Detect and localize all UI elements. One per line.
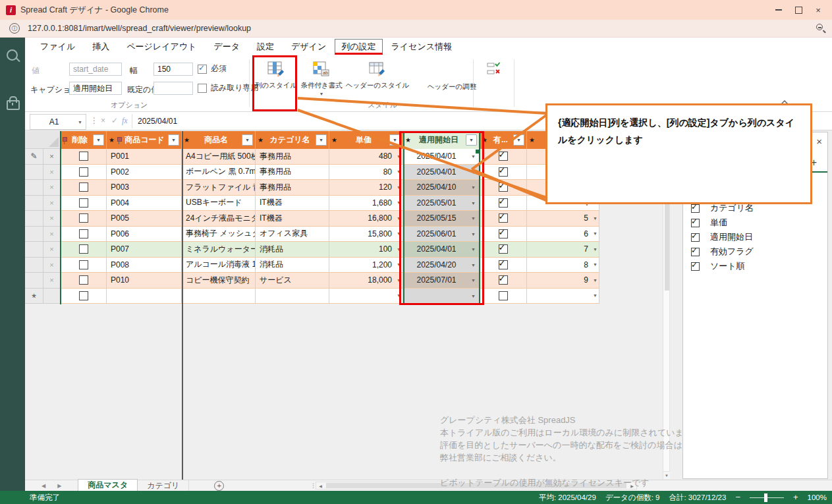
- delete-checkbox[interactable]: [79, 291, 88, 300]
- filter-dropdown-icon[interactable]: [466, 134, 477, 146]
- cell-active-flag[interactable]: [480, 196, 527, 211]
- caption-input[interactable]: 適用開始日: [69, 82, 122, 95]
- zoom-out-icon[interactable]: −: [735, 494, 740, 501]
- panel-close-icon[interactable]: ×: [816, 138, 822, 146]
- cell-active-flag[interactable]: [480, 227, 527, 242]
- value-input[interactable]: start_date: [69, 63, 122, 76]
- cell-start-date[interactable]: 2025/04/20▼: [403, 258, 480, 273]
- menu-tab-item[interactable]: ページレイアウト: [118, 39, 205, 55]
- cell-product-name[interactable]: [182, 289, 256, 304]
- minimize-button[interactable]: [769, 0, 789, 20]
- name-box[interactable]: A1 ▼: [30, 114, 86, 130]
- cell-active-flag[interactable]: [480, 258, 527, 273]
- cell-sort-order[interactable]: 7▼: [527, 242, 599, 258]
- site-info-icon[interactable]: ⓘ: [9, 23, 20, 34]
- cell-product-code[interactable]: P001: [107, 149, 182, 165]
- cell-product-name[interactable]: フラットファイル 青: [182, 180, 256, 196]
- delete-checkbox[interactable]: [79, 244, 88, 254]
- delete-checkbox[interactable]: [79, 198, 88, 208]
- cell-product-code[interactable]: [107, 289, 182, 304]
- row-header-delete[interactable]: ×: [43, 273, 61, 289]
- url-text[interactable]: 127.0.0.1:8081/imart/well/spread_craft/v…: [28, 24, 251, 33]
- column-header-code[interactable]: ★ 商品コード: [107, 131, 182, 149]
- cell-price[interactable]: 1,680▼: [329, 196, 403, 211]
- cell-price[interactable]: 16,800▼: [329, 211, 403, 227]
- cell-delete-checkbox[interactable]: [61, 273, 107, 289]
- cell-product-code[interactable]: P007: [107, 242, 182, 258]
- row-header-delete[interactable]: ×: [43, 149, 61, 165]
- cell-start-date[interactable]: 2025/06/01▼: [403, 227, 480, 242]
- header-adjust-button[interactable]: ヘッダーの調整: [420, 79, 484, 92]
- scroll-left-icon[interactable]: ◀: [316, 482, 325, 489]
- row-header-delete[interactable]: ×: [43, 227, 61, 242]
- cell-product-name[interactable]: 24インチ液晶モニター: [182, 211, 256, 227]
- cell-start-date[interactable]: ▼: [403, 289, 480, 304]
- column-header-delete[interactable]: 削除: [61, 131, 107, 149]
- cell-price[interactable]: 100▼: [329, 242, 403, 258]
- add-sheet-icon[interactable]: +: [214, 481, 224, 491]
- cell-product-name[interactable]: USBキーボード: [182, 196, 256, 211]
- cell-product-name[interactable]: コピー機保守契約: [182, 273, 256, 289]
- field-checkbox[interactable]: [691, 204, 700, 213]
- filter-dropdown-icon[interactable]: [168, 134, 179, 146]
- row-header-edit[interactable]: [25, 227, 43, 242]
- cell-sort-order[interactable]: ▼: [527, 289, 599, 304]
- cell-category[interactable]: 消耗品: [256, 258, 329, 273]
- row-header-delete[interactable]: ×: [43, 258, 61, 273]
- active-flag-checkbox[interactable]: [499, 260, 508, 269]
- cell-category[interactable]: IT機器: [256, 211, 329, 227]
- column-header-price[interactable]: ★ 単価: [329, 131, 403, 149]
- cell-product-code[interactable]: P005: [107, 211, 182, 227]
- insert-function-icon[interactable]: fx: [122, 116, 128, 126]
- row-header-delete[interactable]: ×: [43, 180, 61, 196]
- menu-tab-active[interactable]: 列の設定: [335, 39, 382, 55]
- filter-dropdown-icon[interactable]: [513, 134, 524, 146]
- search-icon[interactable]: [7, 49, 18, 61]
- field-checkbox[interactable]: [691, 248, 700, 256]
- cell-start-date[interactable]: 2025/05/01▼: [403, 196, 480, 211]
- field-list-item[interactable]: ソート順: [691, 259, 822, 273]
- cell-delete-checkbox[interactable]: [61, 196, 107, 211]
- cell-category[interactable]: [256, 289, 329, 304]
- field-list-item[interactable]: 有効フラグ: [691, 244, 822, 259]
- cell-product-code[interactable]: P010: [107, 273, 182, 289]
- delete-checkbox[interactable]: [79, 152, 88, 161]
- cell-start-date[interactable]: 2025/05/15▼: [403, 211, 480, 227]
- menu-tab-item[interactable]: デザイン: [283, 39, 335, 55]
- cell-product-code[interactable]: P002: [107, 165, 182, 181]
- confirm-formula-icon[interactable]: ✓: [111, 116, 118, 125]
- row-header-delete[interactable]: ×: [43, 165, 61, 181]
- field-checkbox[interactable]: [691, 262, 700, 271]
- row-header-edit[interactable]: [25, 211, 43, 227]
- cell-product-code[interactable]: P008: [107, 258, 182, 273]
- column-header-active-flag[interactable]: ★ 有...: [480, 131, 527, 149]
- grid-corner-cell[interactable]: [25, 131, 61, 149]
- cell-sort-order[interactable]: 5▼: [527, 211, 599, 227]
- filter-dropdown-icon[interactable]: [389, 134, 401, 146]
- filter-dropdown-icon[interactable]: [93, 134, 104, 146]
- active-flag-checkbox[interactable]: [499, 213, 508, 223]
- menu-tab-item[interactable]: データ: [205, 39, 248, 55]
- cell-product-code[interactable]: P003: [107, 180, 182, 196]
- cell-sort-order[interactable]: 8▼: [527, 258, 599, 273]
- menu-tab-item[interactable]: 設定: [248, 39, 283, 55]
- cell-active-flag[interactable]: [480, 289, 527, 304]
- active-flag-checkbox[interactable]: [499, 198, 508, 208]
- cell-start-date[interactable]: 2025/04/01▼: [403, 165, 480, 181]
- cell-delete-checkbox[interactable]: [61, 242, 107, 258]
- width-input[interactable]: 150: [153, 63, 193, 76]
- conditional-format-button[interactable]: ab 条件付き書式 ▼: [298, 61, 345, 96]
- cell-category[interactable]: 事務用品: [256, 149, 329, 165]
- cell-category[interactable]: IT機器: [256, 196, 329, 211]
- active-flag-checkbox[interactable]: [499, 275, 508, 285]
- field-list-item[interactable]: 単価: [691, 215, 822, 230]
- column-header-start-date[interactable]: ★ 適用開始日: [403, 131, 480, 149]
- zoom-in-icon[interactable]: +: [793, 494, 798, 501]
- browser-zoom-icon[interactable]: [816, 24, 823, 30]
- field-list-item[interactable]: 適用開始日: [691, 230, 822, 244]
- cell-delete-checkbox[interactable]: [61, 180, 107, 196]
- filter-dropdown-icon[interactable]: [316, 134, 327, 146]
- cell-price[interactable]: 480▼: [329, 149, 403, 165]
- row-header-edit[interactable]: [25, 196, 43, 211]
- cell-sort-order[interactable]: 9▼: [527, 273, 599, 289]
